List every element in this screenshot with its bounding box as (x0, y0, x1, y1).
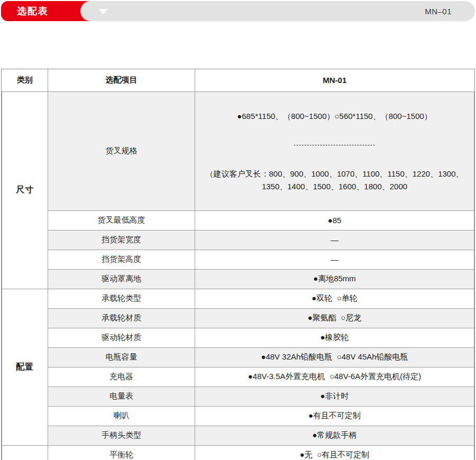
value-cell: ●非计时 (195, 387, 474, 406)
category-cell-dimensions: 尺寸 (2, 91, 48, 289)
item-cell: 电瓶容量 (48, 347, 195, 367)
banner-model-label: MN–01 (425, 1, 452, 21)
item-cell: 驱动罩离地 (48, 269, 195, 289)
table-row: 挡货架宽度 — (2, 230, 474, 250)
table-row: 电量表 ●非计时 (2, 387, 474, 406)
header-banner: MN–01 选配表 (1, 1, 475, 21)
item-cell: 挡货架宽度 (48, 230, 195, 250)
table-row: 货叉最低高度 ●85 (2, 210, 474, 230)
table-row: 功能类 平衡轮 ●无 ○有且不可定制 (2, 445, 474, 460)
table-row: 驱动罩离地 ●离地85mm (2, 269, 474, 289)
item-cell: 货叉最低高度 (48, 210, 195, 230)
value-cell: ●48V 32Ah铅酸电瓶 ○48V 45Ah铅酸电瓶 (195, 347, 474, 367)
item-cell: 承载轮类型 (48, 289, 195, 308)
item-cell: 电量表 (48, 387, 195, 406)
item-cell: 平衡轮 (48, 445, 195, 460)
table-row: 手柄头类型 ●常规款手柄 (2, 426, 474, 445)
value-cell: ●离地85mm (195, 269, 474, 289)
table-header-row: 类别 选配项目 MN-01 (2, 69, 474, 91)
value-cell: ●双轮 ○单轮 (195, 289, 474, 308)
value-cell: — (195, 230, 474, 250)
item-cell: 驱动轮材质 (48, 328, 195, 347)
value-cell: ●橡胶轮 (195, 328, 474, 347)
item-cell: 承载轮材质 (48, 308, 195, 328)
item-cell: 货叉规格 (48, 91, 195, 210)
item-cell: 手柄头类型 (48, 426, 195, 445)
options-table: 类别 选配项目 MN-01 尺寸 货叉规格 ●685*1150、（800~150… (2, 69, 474, 460)
value-cell: — (195, 250, 474, 269)
banner-gray-bar: MN–01 (80, 1, 475, 21)
table-row: 电瓶容量 ●48V 32Ah铅酸电瓶 ○48V 45Ah铅酸电瓶 (2, 347, 474, 367)
category-cell-configuration: 配置 (2, 289, 48, 445)
table-row: 挡货架高度 — (2, 250, 474, 269)
page-title: 选配表 (17, 5, 49, 17)
spec-sheet-page: MN–01 选配表 类别 选配项目 MN-01 尺寸 货叉规格 (0, 0, 476, 460)
table-row: 充电器 ●48V-3.5A外置充电机 ○48V-6A外置充电机(待定) (2, 367, 474, 387)
col-header-model: MN-01 (195, 69, 474, 91)
options-panel: 类别 选配项目 MN-01 尺寸 货叉规格 ●685*1150、（800~150… (1, 69, 475, 460)
table-row: 尺寸 货叉规格 ●685*1150、（800~1500）○560*1150、（8… (2, 91, 474, 210)
value-cell: ●无 ○有且不可定制 (195, 445, 474, 460)
item-cell: 充电器 (48, 367, 195, 387)
table-row: 配置 承载轮类型 ●双轮 ○单轮 (2, 289, 474, 308)
value-cell: ●48V-3.5A外置充电机 ○48V-6A外置充电机(待定) (195, 367, 474, 387)
fork-spec-divider: ------------------------------- (197, 140, 472, 150)
fork-spec-line2: （建议客户叉长：800、900、1000、1070、1100、1150、1220… (197, 168, 472, 192)
value-cell: ●85 (195, 210, 474, 230)
col-header-category: 类别 (2, 69, 48, 91)
chevron-down-icon (98, 9, 108, 14)
value-cell: ●685*1150、（800~1500）○560*1150、（800~1500）… (195, 91, 474, 210)
table-row: 驱动轮材质 ●橡胶轮 (2, 328, 474, 347)
category-cell-functions: 功能类 (2, 445, 48, 460)
value-cell: ●常规款手柄 (195, 426, 474, 445)
item-cell: 挡货架高度 (48, 250, 195, 269)
col-header-option-item: 选配项目 (48, 69, 195, 91)
value-cell: ●聚氨酯 ○尼龙 (195, 308, 474, 328)
fork-spec-line1: ●685*1150、（800~1500）○560*1150、（800~1500） (197, 110, 472, 122)
table-row: 承载轮材质 ●聚氨酯 ○尼龙 (2, 308, 474, 328)
item-cell: 喇叭 (48, 406, 195, 426)
value-cell: ●有且不可定制 (195, 406, 474, 426)
table-row: 喇叭 ●有且不可定制 (2, 406, 474, 426)
